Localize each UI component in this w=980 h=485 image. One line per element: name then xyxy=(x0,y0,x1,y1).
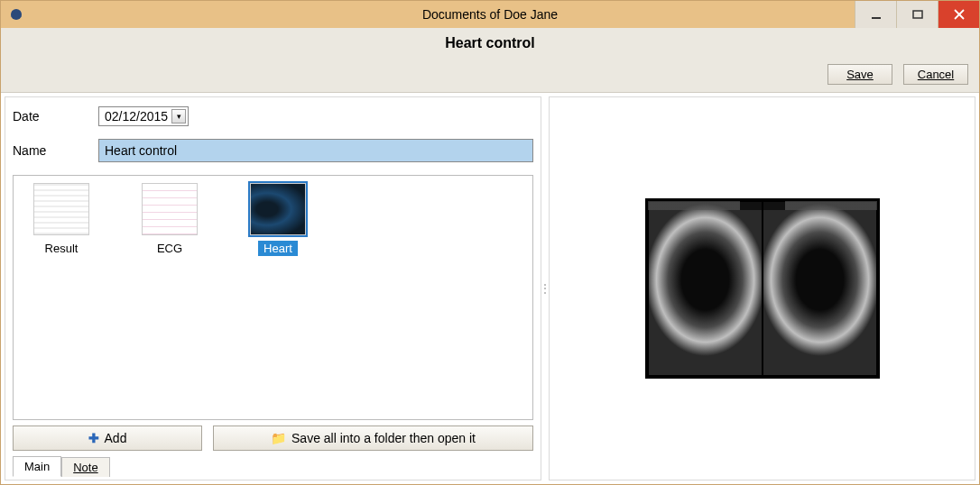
thumbnail-label: Heart xyxy=(258,241,298,256)
ultrasound-view-left xyxy=(649,202,762,375)
thumbnail-list[interactable]: Result ECG Heart xyxy=(13,175,533,420)
app-icon xyxy=(8,6,24,23)
date-input[interactable]: 02/12/2015 ▾ xyxy=(98,106,189,126)
page-title: Heart control xyxy=(12,30,968,64)
svg-point-3 xyxy=(11,14,14,17)
thumbnail-ecg[interactable]: ECG xyxy=(129,183,210,256)
thumbnail-label: Result xyxy=(40,241,84,256)
ultrasound-view-right xyxy=(763,202,876,375)
ultrasound-preview[interactable] xyxy=(645,198,880,379)
chevron-down-icon: ▾ xyxy=(177,112,181,121)
folder-icon: 📁 xyxy=(271,431,286,445)
date-value: 02/12/2015 xyxy=(105,109,168,124)
tab-note[interactable]: Note xyxy=(61,457,109,477)
svg-point-1 xyxy=(12,11,15,14)
cancel-button[interactable]: Cancel xyxy=(903,64,968,85)
thumbnail-heart[interactable]: Heart xyxy=(237,183,319,256)
svg-point-2 xyxy=(17,11,21,14)
preview-pane xyxy=(549,96,975,480)
close-button[interactable] xyxy=(938,1,979,28)
date-dropdown-button[interactable]: ▾ xyxy=(171,109,186,124)
svg-point-0 xyxy=(11,9,22,20)
result-doc-icon xyxy=(33,183,89,235)
window-title: Documents of Doe Jane xyxy=(1,7,979,22)
maximize-icon xyxy=(912,9,923,20)
ultrasound-icon xyxy=(250,183,306,235)
name-label: Name xyxy=(13,143,98,158)
name-input[interactable]: Heart control xyxy=(98,139,533,162)
plus-icon: ✚ xyxy=(88,431,99,445)
date-label: Date xyxy=(13,109,98,124)
thumbnail-label: ECG xyxy=(152,241,188,256)
titlebar[interactable]: Documents of Doe Jane xyxy=(1,1,979,28)
close-icon xyxy=(954,9,965,20)
svg-rect-6 xyxy=(913,11,922,18)
tab-bar: Main Note xyxy=(13,454,533,476)
splitter-handle[interactable] xyxy=(541,96,549,480)
save-button[interactable]: Save xyxy=(827,64,892,85)
name-value: Heart control xyxy=(105,143,177,158)
maximize-button[interactable] xyxy=(896,1,938,28)
save-all-button[interactable]: 📁 Save all into a folder then open it xyxy=(213,426,533,451)
add-button[interactable]: ✚ Add xyxy=(13,426,202,451)
minimize-icon xyxy=(871,9,882,20)
tab-main[interactable]: Main xyxy=(13,456,61,477)
svg-point-4 xyxy=(18,14,21,17)
add-button-label: Add xyxy=(105,431,127,445)
thumbnail-result[interactable]: Result xyxy=(21,183,102,256)
ecg-grid-icon xyxy=(142,183,198,235)
minimize-button[interactable] xyxy=(855,1,896,28)
save-all-button-label: Save all into a folder then open it xyxy=(291,431,476,445)
